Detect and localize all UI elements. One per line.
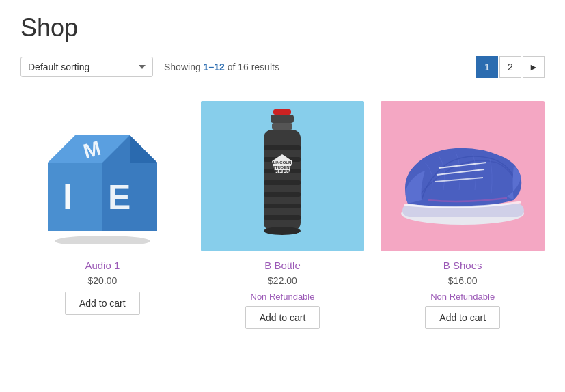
- add-to-cart-bbottle[interactable]: Add to cart: [245, 306, 320, 329]
- svg-text:I: I: [63, 177, 72, 216]
- svg-rect-14: [264, 145, 301, 150]
- svg-rect-11: [271, 115, 294, 123]
- product-image-audio1[interactable]: I M E: [20, 101, 184, 251]
- svg-rect-10: [273, 109, 291, 115]
- product-price-bshoes: $16.00: [448, 275, 478, 286]
- svg-rect-12: [272, 123, 292, 130]
- product-price-audio1: $20.00: [87, 275, 117, 286]
- non-refundable-bbottle: Non Refundable: [251, 292, 315, 302]
- page-1-button[interactable]: 1: [476, 56, 498, 78]
- svg-rect-19: [264, 204, 301, 208]
- add-to-cart-audio1[interactable]: Add to cart: [65, 292, 140, 315]
- product-card-bshoes: B Shoes $16.00 Non Refundable Add to car…: [381, 101, 545, 329]
- product-card-bbottle: LINCOLN STUDENT REPS B Bottle $22.00 Non…: [201, 101, 365, 329]
- page-2-button[interactable]: 2: [499, 56, 521, 78]
- pagination: 1 2 ►: [476, 56, 545, 78]
- svg-text:REPS: REPS: [275, 169, 290, 175]
- product-image-bshoes[interactable]: [381, 101, 545, 251]
- page-title: Shop: [20, 14, 545, 42]
- product-name-audio1[interactable]: Audio 1: [85, 260, 120, 271]
- toolbar-left: Default sorting Sort by popularity Sort …: [20, 57, 279, 77]
- product-name-bshoes[interactable]: B Shoes: [443, 260, 482, 271]
- shop-toolbar: Default sorting Sort by popularity Sort …: [20, 56, 545, 85]
- svg-point-21: [264, 227, 301, 235]
- svg-text:LINCOLN: LINCOLN: [273, 160, 292, 165]
- sort-select[interactable]: Default sorting Sort by popularity Sort …: [20, 57, 153, 77]
- product-card-audio1: I M E Audio 1 $20.00 Add to cart: [20, 101, 184, 329]
- svg-text:E: E: [108, 178, 130, 216]
- add-to-cart-bshoes[interactable]: Add to cart: [425, 306, 500, 329]
- svg-rect-18: [264, 192, 301, 197]
- product-image-bbottle[interactable]: LINCOLN STUDENT REPS: [201, 101, 365, 251]
- svg-marker-2: [48, 163, 102, 231]
- svg-point-9: [55, 236, 150, 244]
- page-next-button[interactable]: ►: [523, 56, 545, 78]
- non-refundable-bshoes: Non Refundable: [430, 292, 495, 302]
- product-name-bbottle[interactable]: B Bottle: [264, 260, 301, 271]
- svg-rect-20: [264, 215, 301, 220]
- svg-rect-17: [264, 180, 301, 185]
- results-count: Showing 1–12 of 16 results: [164, 61, 279, 72]
- products-grid: I M E Audio 1 $20.00 Add to cart: [20, 101, 545, 329]
- product-price-bbottle: $22.00: [268, 275, 297, 286]
